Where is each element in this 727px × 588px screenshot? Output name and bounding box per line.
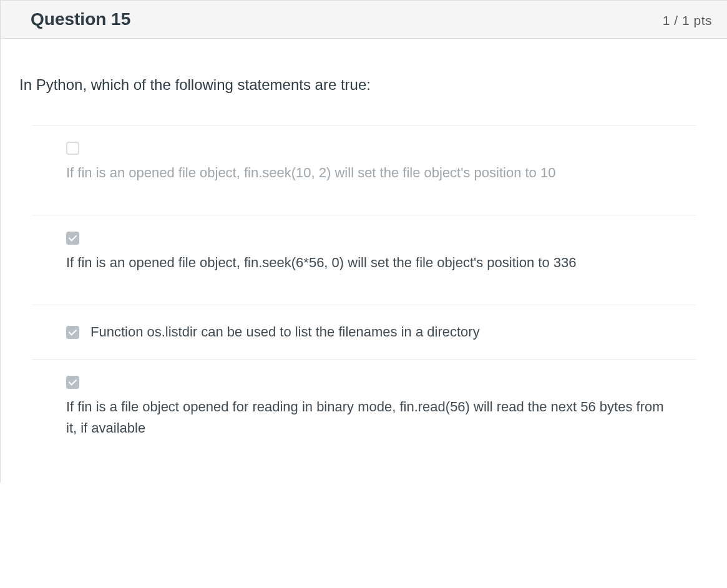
checkbox-checked-icon [66,232,79,245]
checkbox-unchecked-icon [66,142,79,155]
question-body: In Python, which of the following statem… [1,39,727,458]
question-points: 1 / 1 pts [663,13,712,28]
answer-option: If fin is an opened file object, fin.see… [32,215,696,305]
answer-option: If fin is a file object opened for readi… [32,359,696,458]
checkbox-checked-icon [66,326,79,339]
question-prompt: In Python, which of the following statem… [19,76,708,94]
answer-text: Function os.listdir can be used to list … [90,321,480,343]
checkbox-checked-icon [66,376,79,389]
answer-option: Function os.listdir can be used to list … [32,305,696,359]
question-title: Question 15 [31,9,130,29]
answer-text: If fin is an opened file object, fin.see… [66,252,677,273]
question-container: Question 15 1 / 1 pts In Python, which o… [0,0,727,483]
answer-option: If fin is an opened file object, fin.see… [32,125,696,215]
answers-list: If fin is an opened file object, fin.see… [19,125,708,458]
question-header: Question 15 1 / 1 pts [1,0,727,39]
answer-text: If fin is an opened file object, fin.see… [66,162,677,184]
answer-text: If fin is a file object opened for readi… [66,396,677,439]
